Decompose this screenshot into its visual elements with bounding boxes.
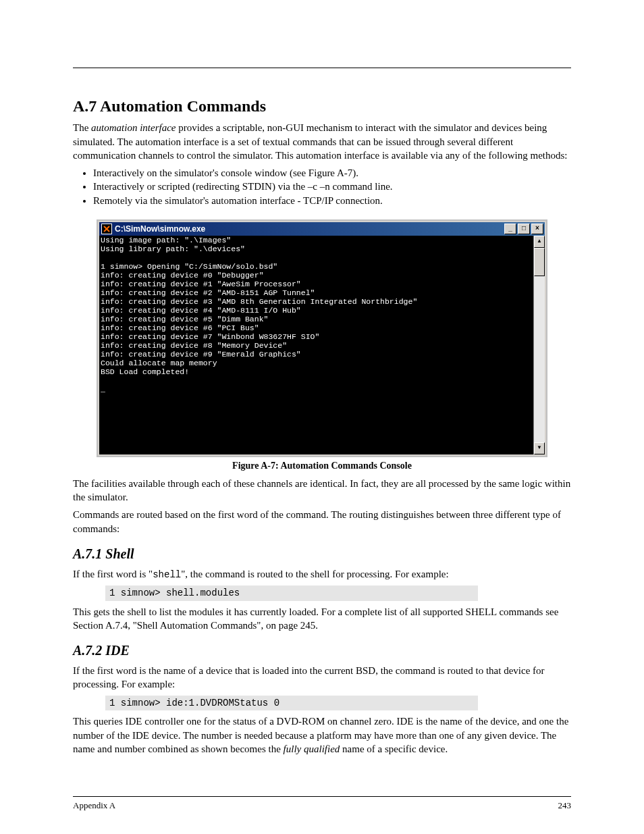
sub1-a: If the first word is " [73,569,153,579]
console-window: C:\SimNow\simnow.exe _ □ × Using image p… [97,219,547,457]
sub2-tail-ital: fully qualified [284,744,340,754]
para-cmd-routing: Commands are routed based on the first w… [73,508,571,536]
titlebar[interactable]: C:\SimNow\simnow.exe _ □ × [99,222,545,236]
sub2-lead: If the first word is the name of a devic… [73,664,571,692]
intro-a: The [73,122,91,133]
bullet-item: Remotely via the simulator's automation … [93,194,571,207]
intro-paragraph: The automation interface provides a scri… [73,121,571,162]
page-header-rule [73,41,571,68]
sub2-tail-c: name of a specific device. [340,744,448,754]
section-heading-a7: A.7 Automation Commands [73,95,571,117]
footer-left: Appendix A [73,800,115,812]
page-footer: Appendix A 243 [73,796,571,812]
titlebar-text: C:\SimNow\simnow.exe [115,224,504,234]
subsection-heading-ide: A.7.2 IDE [73,642,571,660]
scroll-up-button[interactable]: ▲ [534,236,545,248]
console-figure: C:\SimNow\simnow.exe _ □ × Using image p… [97,219,547,473]
scroll-down-button[interactable]: ▼ [534,442,545,454]
sub1-lead: If the first word is "shell", the comman… [73,567,571,581]
command-block-shell: 1 simnow> shell.modules [105,585,478,601]
sub1-c: ", the command is routed to the shell fo… [181,569,448,579]
scroll-thumb[interactable] [534,248,545,276]
minimize-button[interactable]: _ [504,224,516,234]
console-output: Using image path: ".\Images" Using libra… [99,236,533,454]
bullet-item: Interactively on the simulator's console… [93,166,571,180]
subsection-heading-shell: A.7.1 Shell [73,545,571,563]
bullet-item: Interactively or scripted (redirecting S… [93,180,571,193]
sub1-mono: shell [153,569,181,580]
scroll-track[interactable] [534,248,545,442]
close-button[interactable]: × [531,224,543,234]
footer-right: 243 [558,800,572,812]
sub2-tail: This queries IDE controller one for the … [73,714,571,756]
app-icon [101,224,112,234]
vertical-scrollbar[interactable]: ▲ ▼ [533,236,545,454]
sub1-tail: This gets the shell to list the modules … [73,605,571,633]
maximize-button[interactable]: □ [518,224,530,234]
para-after-fig: The facilities available through each of… [73,477,571,504]
command-block-ide: 1 simnow> ide:1.DVDROMStatus 0 [105,696,478,711]
intro-b: automation interface [91,122,176,133]
figure-caption: Figure A-7: Automation Commands Console [97,460,547,473]
